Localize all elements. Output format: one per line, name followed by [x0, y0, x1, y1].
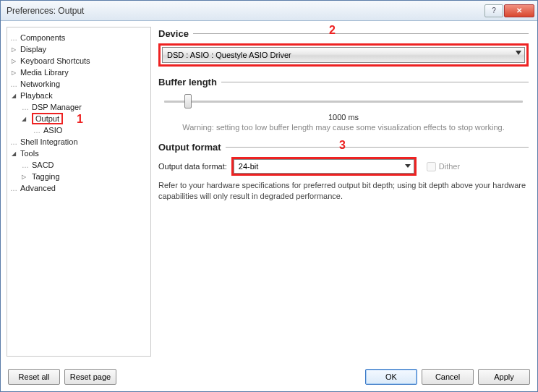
- tree-item-label: Advanced: [20, 184, 56, 192]
- cancel-button[interactable]: Cancel: [422, 369, 474, 385]
- tree-leaf-icon: …: [10, 138, 17, 146]
- format-row: Output data format: 24-bit Dither: [158, 157, 529, 176]
- buffer-slider[interactable]: [164, 101, 523, 103]
- tree-item-label: SACD: [32, 161, 54, 169]
- tree-item-tools[interactable]: ◢Tools: [7, 148, 150, 159]
- dither-label: Dither: [439, 162, 460, 171]
- chevron-down-icon: [405, 164, 411, 168]
- dialog-body: …Components▷Display▷Keyboard Shortcuts▷M…: [1, 21, 537, 362]
- device-dropdown[interactable]: DSD : ASIO : Questyle ASIO Driver: [162, 47, 525, 63]
- tree-item-media-library[interactable]: ▷Media Library: [7, 67, 150, 78]
- tree-item-label: Display: [20, 45, 46, 54]
- format-highlight-box: 24-bit: [231, 157, 417, 176]
- dither-checkbox[interactable]: Dither: [427, 162, 460, 171]
- help-button[interactable]: ?: [484, 4, 503, 17]
- divider: [226, 147, 529, 148]
- format-section-title: Output format 3: [158, 142, 529, 153]
- tree-item-label: Tagging: [32, 172, 60, 181]
- reset-page-button[interactable]: Reset page: [64, 369, 116, 385]
- device-title-text: Device: [158, 28, 189, 39]
- device-highlight-box: DSD : ASIO : Questyle ASIO Driver: [158, 43, 529, 67]
- tree-arrow-expanded-icon: ◢: [12, 150, 16, 157]
- buffer-value-label: 1000 ms: [158, 113, 529, 122]
- tree-item-label: Keyboard Shortcuts: [20, 56, 90, 65]
- content-pane: Device 2 DSD : ASIO : Questyle ASIO Driv…: [155, 27, 531, 357]
- divider: [193, 33, 529, 34]
- tree-arrow-collapsed-icon: ▷: [12, 58, 16, 64]
- tree-item-shell-integration[interactable]: …Shell Integration: [7, 136, 150, 148]
- tree-item-label: Tools: [20, 149, 39, 158]
- tree-item-display[interactable]: ▷Display: [7, 43, 150, 55]
- tree-item-label: Shell Integration: [20, 137, 78, 146]
- buffer-title-text: Buffer length: [158, 77, 217, 88]
- tree-item-label: Playback: [20, 91, 53, 100]
- buffer-slider-row: [158, 92, 529, 110]
- tree-arrow-collapsed-icon: ▷: [12, 69, 16, 76]
- tree-item-networking[interactable]: …Networking: [7, 78, 150, 90]
- apply-button[interactable]: Apply: [478, 369, 530, 385]
- tree-arrow-collapsed-icon: ▷: [22, 174, 26, 180]
- tree-item-label: DSP Manager: [32, 103, 82, 111]
- divider: [221, 82, 529, 82]
- ok-button[interactable]: OK: [365, 369, 417, 385]
- close-button[interactable]: ✕: [504, 4, 534, 17]
- tree-arrow-expanded-icon: ◢: [12, 93, 16, 99]
- preferences-window: Preferences: Output ? ✕ …Components▷Disp…: [0, 0, 538, 392]
- tree-arrow-collapsed-icon: ▷: [12, 46, 16, 53]
- window-controls: ? ✕: [484, 4, 534, 17]
- annotation-3: 3: [339, 139, 346, 152]
- slider-thumb[interactable]: [184, 94, 192, 108]
- device-value: DSD : ASIO : Questyle ASIO Driver: [167, 51, 291, 59]
- dialog-footer: Reset all Reset page OK Cancel Apply: [1, 362, 537, 391]
- format-title-text: Output format: [158, 142, 221, 153]
- tree-leaf-icon: …: [10, 184, 17, 192]
- tree-item-components[interactable]: …Components: [7, 32, 150, 43]
- tree-leaf-icon: …: [10, 34, 17, 42]
- annotation-2: 2: [329, 24, 336, 37]
- tree-item-sacd[interactable]: …SACD: [7, 159, 150, 171]
- tree-item-label: ASIO: [43, 126, 62, 135]
- reset-all-button[interactable]: Reset all: [8, 369, 60, 385]
- tree-item-label: Components: [20, 33, 65, 42]
- tree-item-label: Output: [32, 113, 63, 124]
- tree-item-tagging[interactable]: ▷Tagging: [7, 171, 150, 182]
- tree-item-label: Media Library: [20, 68, 69, 77]
- chevron-down-icon: [516, 51, 521, 55]
- window-title: Preferences: Output: [7, 6, 484, 16]
- tree-leaf-icon: …: [22, 103, 28, 111]
- tree-item-keyboard-shortcuts[interactable]: ▷Keyboard Shortcuts: [7, 55, 150, 67]
- tree-item-label: Networking: [20, 80, 60, 88]
- tree-leaf-icon: …: [22, 161, 28, 169]
- format-note: Refer to your hardware specifications fo…: [158, 180, 529, 202]
- device-section-title: Device: [158, 28, 529, 39]
- tree-item-dsp-manager[interactable]: …DSP Manager: [7, 101, 150, 113]
- dither-input[interactable]: [427, 162, 436, 171]
- buffer-section-title: Buffer length: [158, 77, 529, 88]
- tree-item-playback[interactable]: ◢Playback: [7, 90, 150, 101]
- tree-leaf-icon: …: [33, 127, 40, 135]
- tree-leaf-icon: …: [10, 80, 17, 88]
- format-value: 24-bit: [239, 162, 259, 171]
- format-label: Output data format:: [158, 162, 227, 171]
- buffer-warning: Warning: setting too low buffer length m…: [158, 123, 529, 132]
- tree-arrow-expanded-icon: ◢: [22, 116, 26, 122]
- tree-item-asio[interactable]: …ASIO: [7, 124, 150, 136]
- nav-tree[interactable]: …Components▷Display▷Keyboard Shortcuts▷M…: [7, 27, 151, 357]
- titlebar: Preferences: Output ? ✕: [1, 1, 537, 21]
- format-dropdown[interactable]: 24-bit: [234, 159, 414, 174]
- tree-item-advanced[interactable]: …Advanced: [7, 182, 150, 194]
